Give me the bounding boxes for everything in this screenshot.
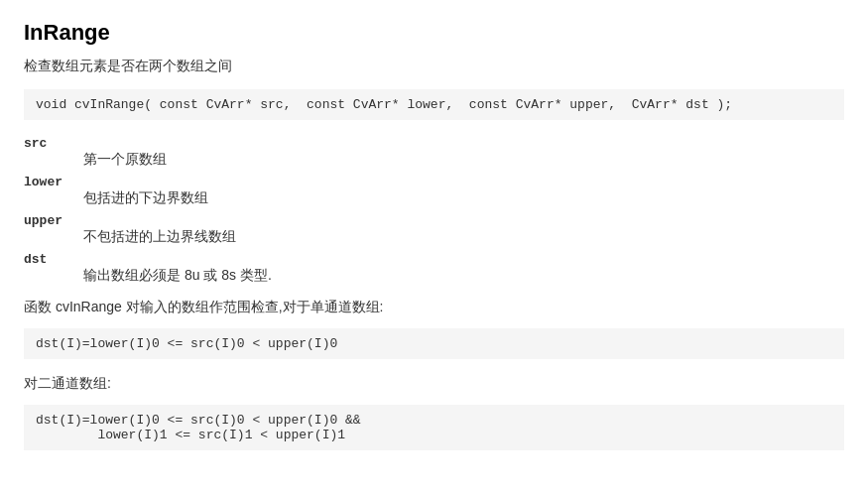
formula-double: dst(I)=lower(I)0 <= src(I)0 < upper(I)0 … <box>24 405 844 450</box>
param-entry: src第一个原数组 <box>24 136 844 169</box>
param-section: src第一个原数组lower包括进的下边界数组upper不包括进的上边界线数组d… <box>24 136 844 285</box>
param-name: src <box>24 136 844 151</box>
param-desc: 包括进的下边界数组 <box>24 189 844 207</box>
section1-text: 函数 cvInRange 对输入的数组作范围检查,对于单通道数组: <box>24 299 844 316</box>
function-signature: void cvInRange( const CvArr* src, const … <box>24 89 844 120</box>
param-entry: lower包括进的下边界数组 <box>24 175 844 207</box>
formula-single: dst(I)=lower(I)0 <= src(I)0 < upper(I)0 <box>24 328 844 359</box>
page-title: InRange <box>24 20 844 46</box>
param-name: upper <box>24 213 844 228</box>
param-desc: 第一个原数组 <box>24 151 844 169</box>
param-entry: dst输出数组必须是 8u 或 8s 类型. <box>24 252 844 285</box>
section2-text: 对二通道数组: <box>24 375 844 393</box>
param-name: lower <box>24 175 844 189</box>
param-desc: 不包括进的上边界线数组 <box>24 228 844 246</box>
description-text: 检查数组元素是否在两个数组之间 <box>24 58 844 75</box>
param-desc: 输出数组必须是 8u 或 8s 类型. <box>24 267 844 285</box>
param-entry: upper不包括进的上边界线数组 <box>24 213 844 246</box>
param-name: dst <box>24 252 844 267</box>
